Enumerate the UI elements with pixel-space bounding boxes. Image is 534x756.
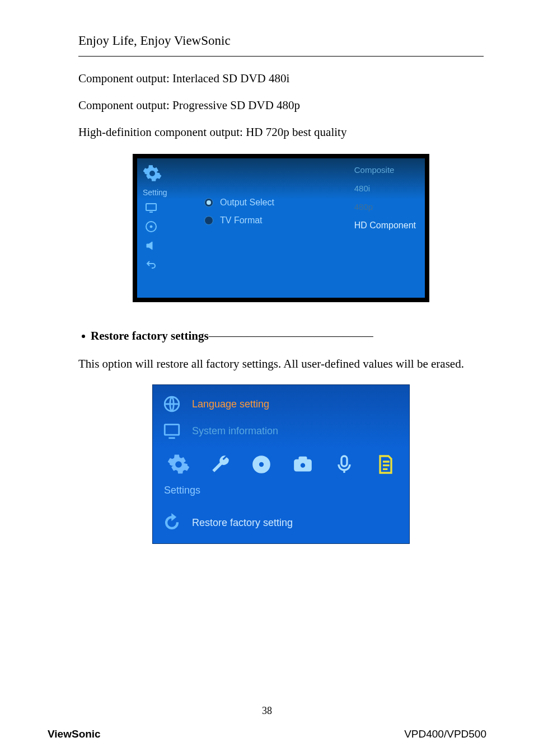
- gear-icon[interactable]: [166, 452, 191, 477]
- output-select-label: Output Select: [220, 198, 274, 208]
- display-icon: [143, 199, 160, 216]
- option-hd-component[interactable]: HD Component: [354, 220, 416, 231]
- footer-brand: ViewSonic: [48, 728, 101, 740]
- svg-rect-4: [165, 425, 179, 435]
- menu-item-tv-format[interactable]: TV Format: [204, 215, 274, 226]
- microphone-icon[interactable]: [332, 452, 357, 477]
- body-line-2: Component output: Progressive SD DVD 480…: [78, 93, 484, 117]
- svg-rect-10: [341, 456, 347, 466]
- screenshot-output-select: Setting Output Select: [133, 154, 429, 302]
- menu-item-restore-factory[interactable]: Restore factory setting: [161, 511, 293, 534]
- restore-heading: Restore factory settings ——————————————: [78, 329, 484, 343]
- settings-icon-row: [166, 452, 398, 477]
- wrench-icon[interactable]: [208, 452, 232, 477]
- ss1-middle-menu: Output Select TV Format: [204, 198, 274, 233]
- globe-icon: [161, 393, 183, 415]
- restore-text: This option will restore all factory set…: [78, 352, 484, 375]
- document-icon[interactable]: [373, 452, 398, 477]
- tv-format-label: TV Format: [220, 215, 263, 226]
- speaker-icon: [143, 237, 160, 254]
- svg-point-8: [300, 463, 306, 468]
- footer-model: VPD400/VPD500: [404, 728, 486, 740]
- screenshot1-inner: Setting Output Select: [137, 158, 425, 298]
- camera-icon[interactable]: [291, 452, 315, 477]
- body-text-block: Component output: Interlaced SD DVD 480i…: [78, 67, 484, 144]
- option-480p[interactable]: 480p: [354, 202, 416, 212]
- bullet-dot-icon: [82, 335, 85, 338]
- menu-item-output-select[interactable]: Output Select: [204, 198, 274, 208]
- option-composite[interactable]: Composite: [354, 165, 416, 175]
- info-monitor-icon: [161, 420, 183, 442]
- svg-rect-0: [146, 204, 156, 210]
- header-rule: [78, 56, 484, 57]
- system-information-label: System information: [192, 425, 278, 437]
- gear-icon: [143, 164, 162, 185]
- restore-factory-label: Restore factory setting: [192, 517, 293, 529]
- svg-point-2: [150, 226, 152, 228]
- restore-heading-dashes: ——————————————: [209, 329, 373, 343]
- option-480i[interactable]: 480i: [354, 184, 416, 193]
- settings-label: Settings: [164, 485, 200, 496]
- ss1-options-column: Composite 480i 480p HD Component: [354, 165, 416, 231]
- menu-item-system-information[interactable]: System information: [161, 420, 278, 442]
- restore-description: This option will restore all factory set…: [78, 352, 484, 375]
- body-line-1: Component output: Interlaced SD DVD 480i: [78, 67, 484, 90]
- svg-point-6: [259, 462, 264, 467]
- radio-inactive-icon: [204, 216, 213, 225]
- footer-bar: ViewSonic VPD400/VPD500: [48, 728, 486, 740]
- target-icon[interactable]: [249, 452, 274, 477]
- ss1-left-column: Setting: [143, 164, 182, 273]
- restore-heading-title: Restore factory settings: [91, 329, 209, 343]
- screenshot-settings-menu: Language setting System information Sett…: [152, 384, 410, 544]
- radio-active-icon: [204, 198, 213, 207]
- ss1-setting-label: Setting: [143, 188, 167, 197]
- tagline: Enjoy Life, Enjoy ViewSonic: [78, 34, 484, 48]
- disc-icon: [143, 218, 160, 235]
- return-icon: [143, 256, 160, 273]
- menu-item-language-setting[interactable]: Language setting: [161, 393, 269, 415]
- body-line-3: High-definition component output: HD 720…: [78, 120, 484, 144]
- restore-icon: [161, 511, 183, 534]
- ss1-icon-stack: Setting: [143, 164, 182, 273]
- page-number: 38: [0, 705, 534, 717]
- svg-rect-9: [299, 457, 306, 461]
- language-setting-label: Language setting: [192, 398, 269, 410]
